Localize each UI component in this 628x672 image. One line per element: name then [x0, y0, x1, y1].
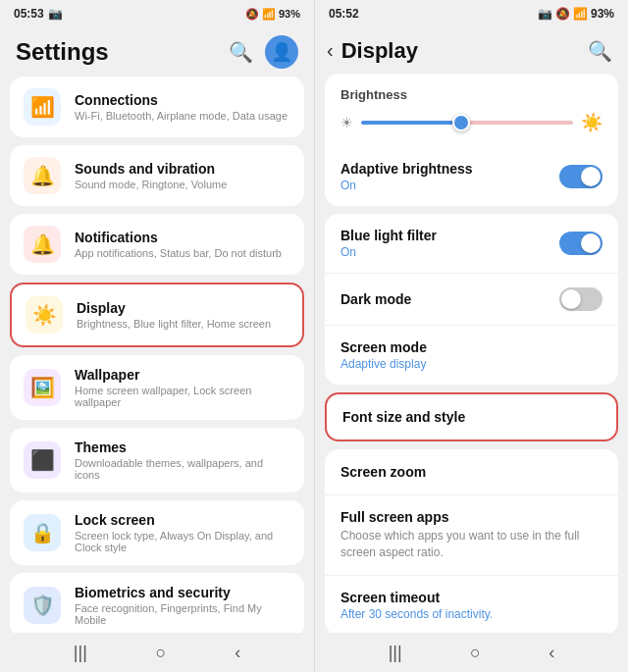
display-title-left-group: ‹ Display	[323, 35, 418, 66]
search-icon[interactable]: 🔍	[229, 40, 253, 64]
brightness-label: Brightness	[340, 87, 602, 102]
display-text: Display Brightness, Blue light filter, H…	[77, 300, 271, 330]
right-status-icons: 📷 🔕 📶 93%	[538, 7, 614, 21]
left-recent-button[interactable]: |||	[74, 643, 87, 663]
dark-mode-knob	[561, 289, 581, 309]
dark-mode-label: Dark mode	[340, 291, 411, 307]
right-mute-icon: 🔕	[555, 7, 570, 21]
display-icon-bg: ☀️	[26, 296, 63, 334]
screen-mode-row[interactable]: Screen mode Adaptive display	[325, 325, 618, 385]
settings-item-wallpaper[interactable]: 🖼️ Wallpaper Home screen wallpaper, Lock…	[10, 355, 304, 420]
left-status-bar: 05:53 📷 🔕 📶 93%	[0, 0, 314, 27]
display-page-title: Display	[341, 38, 418, 64]
notifications-text: Notifications App notifications, Status …	[75, 230, 282, 259]
display-title-left: Display	[77, 300, 271, 316]
font-size-row[interactable]: Font size and style	[327, 394, 616, 439]
lockscreen-subtitle: Screen lock type, Always On Display, and…	[75, 530, 290, 553]
biometrics-text: Biometrics and security Face recognition…	[75, 585, 290, 626]
right-back-button[interactable]: ‹	[549, 643, 554, 663]
screen-mode-subtitle: Adaptive display	[340, 357, 602, 371]
connections-subtitle: Wi-Fi, Bluetooth, Airplane mode, Data us…	[75, 110, 288, 122]
dark-mode-title: Dark mode	[340, 291, 411, 307]
wallpaper-subtitle: Home screen wallpaper, Lock screen wallp…	[75, 385, 290, 408]
themes-title: Themes	[75, 439, 290, 455]
more-options-card: Screen zoom Full screen apps Choose whic…	[325, 449, 618, 633]
left-signal-icon: 📶	[262, 8, 276, 21]
dark-mode-toggle[interactable]	[559, 287, 602, 311]
left-panel: 05:53 📷 🔕 📶 93% Settings 🔍 👤 📶 Connectio…	[0, 0, 314, 672]
display-title-row: ‹ Display 🔍	[315, 27, 628, 74]
connections-title: Connections	[75, 92, 288, 108]
font-size-title: Font size and style	[342, 409, 465, 425]
settings-list: 📶 Connections Wi-Fi, Bluetooth, Airplane…	[0, 77, 314, 633]
back-button[interactable]: ‹	[323, 35, 338, 66]
themes-text: Themes Downloadable themes, wallpapers, …	[75, 439, 290, 481]
settings-item-sounds[interactable]: 🔔 Sounds and vibration Sound mode, Ringt…	[10, 145, 304, 206]
blue-light-knob	[581, 233, 601, 253]
wifi-icon: 📶	[30, 95, 55, 119]
left-home-button[interactable]: ○	[156, 643, 167, 663]
display-subtitle: Brightness, Blue light filter, Home scre…	[77, 318, 271, 330]
left-camera-icon: 📷	[48, 7, 63, 21]
left-status-time-group: 05:53 📷	[14, 7, 63, 21]
settings-header: Settings 🔍 👤	[0, 27, 314, 77]
right-status-bar: 05:52 📷 🔕 📶 93%	[315, 0, 628, 27]
settings-item-connections[interactable]: 📶 Connections Wi-Fi, Bluetooth, Airplane…	[10, 77, 304, 137]
adaptive-brightness-label: Adaptive brightness On	[340, 161, 473, 192]
left-back-button[interactable]: ‹	[235, 643, 240, 663]
notifications-subtitle: App notifications, Status bar, Do not di…	[75, 247, 282, 259]
settings-header-icons: 🔍 👤	[229, 35, 298, 69]
settings-item-themes[interactable]: ⬛ Themes Downloadable themes, wallpapers…	[10, 428, 304, 492]
right-battery: 93%	[591, 7, 614, 21]
connections-text: Connections Wi-Fi, Bluetooth, Airplane m…	[75, 92, 288, 122]
themes-icon-bg: ⬛	[24, 441, 61, 479]
notifications-icon-bg: 🔔	[24, 226, 61, 263]
blue-light-subtitle: On	[340, 245, 437, 259]
sounds-icon: 🔔	[30, 164, 55, 187]
blue-light-label: Blue light filter On	[340, 228, 437, 259]
settings-item-notifications[interactable]: 🔔 Notifications App notifications, Statu…	[10, 214, 304, 275]
sounds-text: Sounds and vibration Sound mode, Rington…	[75, 161, 227, 190]
right-panel: 05:52 📷 🔕 📶 93% ‹ Display 🔍 Brightness ☀	[314, 0, 628, 672]
lockscreen-icon-bg: 🔒	[24, 514, 61, 551]
brightness-row: ☀ ☀️	[340, 112, 602, 133]
screen-zoom-row[interactable]: Screen zoom	[325, 449, 618, 494]
left-mute-icon: 🔕	[245, 8, 259, 21]
brightness-section: Brightness ☀ ☀️	[325, 74, 618, 147]
screen-mode-title: Screen mode	[340, 339, 602, 355]
themes-subtitle: Downloadable themes, wallpapers, and ico…	[75, 457, 290, 481]
display-options-card: Blue light filter On Dark mode Screen mo…	[325, 214, 618, 385]
right-home-button[interactable]: ○	[470, 643, 481, 663]
wallpaper-icon-bg: 🖼️	[24, 369, 61, 406]
themes-icon: ⬛	[30, 448, 55, 472]
screen-zoom-title: Screen zoom	[340, 464, 426, 480]
lock-icon: 🔒	[30, 521, 55, 544]
biometrics-icon-bg: 🛡️	[24, 587, 61, 624]
lockscreen-text: Lock screen Screen lock type, Always On …	[75, 512, 290, 553]
brightness-card: Brightness ☀ ☀️ Adaptive brightness On	[325, 74, 618, 206]
brightness-low-icon: ☀	[340, 115, 353, 130]
notifications-icon: 🔔	[30, 233, 55, 256]
left-nav-bar: ||| ○ ‹	[0, 633, 314, 672]
blue-light-row: Blue light filter On	[325, 214, 618, 273]
user-avatar[interactable]: 👤	[265, 35, 298, 69]
right-recent-button[interactable]: |||	[389, 643, 402, 663]
settings-item-biometrics[interactable]: 🛡️ Biometrics and security Face recognit…	[10, 573, 304, 633]
adaptive-brightness-toggle[interactable]	[559, 165, 602, 188]
adaptive-brightness-title: Adaptive brightness	[340, 161, 473, 177]
settings-item-lockscreen[interactable]: 🔒 Lock screen Screen lock type, Always O…	[10, 500, 304, 565]
full-screen-row[interactable]: Full screen apps Choose which apps you w…	[325, 494, 618, 575]
display-search-icon[interactable]: 🔍	[588, 39, 612, 63]
brightness-slider[interactable]	[361, 121, 573, 125]
settings-title: Settings	[16, 38, 109, 66]
blue-light-title: Blue light filter	[340, 228, 437, 243]
sounds-icon-bg: 🔔	[24, 157, 61, 194]
blue-light-toggle[interactable]	[559, 232, 602, 255]
brightness-thumb[interactable]	[452, 114, 470, 131]
screen-timeout-row[interactable]: Screen timeout After 30 seconds of inact…	[325, 575, 618, 633]
right-time: 05:52	[329, 7, 359, 21]
font-size-card[interactable]: Font size and style	[325, 392, 618, 441]
settings-item-display[interactable]: ☀️ Display Brightness, Blue light filter…	[10, 283, 304, 347]
adaptive-brightness-knob	[581, 167, 601, 186]
biometrics-title: Biometrics and security	[75, 585, 290, 600]
